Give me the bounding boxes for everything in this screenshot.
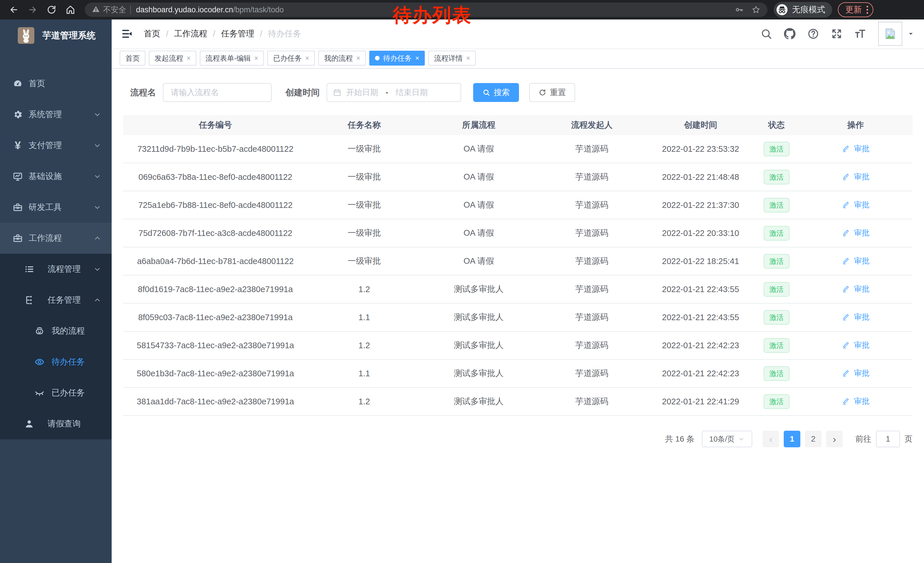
incognito-icon [776,4,788,16]
approve-link[interactable]: 审批 [842,200,870,210]
approve-link[interactable]: 审批 [842,256,870,266]
cell-action: 审批 [799,171,912,183]
approve-link[interactable]: 审批 [842,312,870,322]
table-header-row: 任务编号任务名称所属流程流程发起人创建时间状态操作 [123,115,912,135]
close-icon[interactable]: × [356,55,360,62]
reset-button[interactable]: 重置 [529,83,575,102]
goto-page-input[interactable] [876,431,900,447]
cell-name: 一级审批 [308,199,421,211]
sidebar-item-system[interactable]: 系统管理 [0,99,112,130]
browser-forward-icon[interactable] [26,3,39,16]
process-name-input[interactable] [163,83,272,102]
chevron-up-icon [93,296,101,304]
approve-link[interactable]: 审批 [842,144,870,154]
close-icon[interactable]: × [415,55,419,62]
sidebar-item-label: 已办任务 [51,387,85,399]
tab-my-process[interactable]: 我的流程× [318,51,366,66]
tab-label: 发起流程 [154,54,183,63]
sidebar-item-done-tasks[interactable]: 已办任务 [0,377,112,408]
browser-menu-icon[interactable] [867,6,868,14]
font-size-icon[interactable] [854,28,866,40]
breadcrumb-item[interactable]: 工作流程 [174,28,207,39]
breadcrumb-item[interactable]: 首页 [144,28,160,39]
cell-status: 激活 [754,310,799,325]
fullscreen-icon[interactable] [831,28,843,40]
tab-start-process[interactable]: 发起流程× [149,51,196,66]
prev-page-button[interactable]: ‹ [762,431,779,447]
page-button-1[interactable]: 1 [784,431,800,447]
cell-process: OA 请假 [421,227,537,239]
sidebar-menu: 首页系统管理¥支付管理基础设施研发工具工作流程流程管理任务管理我的流程待办任务已… [0,68,112,439]
browser-home-icon[interactable] [64,3,77,16]
approve-link[interactable]: 审批 [842,228,870,238]
sidebar-item-workflow[interactable]: 工作流程 [0,223,112,254]
sidebar-item-home[interactable]: 首页 [0,68,112,99]
browser-reload-icon[interactable] [45,3,58,16]
close-icon[interactable]: × [305,55,309,62]
next-page-button[interactable]: › [826,431,843,447]
approve-label: 审批 [854,200,870,210]
bookmark-star-icon[interactable] [752,5,760,14]
cell-status: 激活 [754,254,799,269]
date-range-picker[interactable]: 开始日期 - 结束日期 [327,83,461,102]
sidebar-item-devtools[interactable]: 研发工具 [0,192,112,223]
tab-form-edit[interactable]: 流程表单-编辑× [200,51,264,66]
toolbox-icon [13,202,23,213]
chevron-down-icon [93,265,101,273]
avatar-caret-icon[interactable] [908,30,914,37]
cell-process: OA 请假 [421,143,537,155]
close-icon[interactable]: × [466,55,470,62]
approve-link[interactable]: 审批 [842,171,870,182]
calendar-icon [333,88,342,97]
approve-label: 审批 [854,144,870,154]
sidebar-item-task-mgmt[interactable]: 任务管理 [0,285,112,315]
search-button[interactable]: 搜索 [473,83,519,102]
cell-id: a6aba0a4-7b6d-11ec-b781-acde48001122 [123,257,308,266]
divider [130,6,131,14]
sidebar-item-infra[interactable]: 基础设施 [0,161,112,192]
sidebar-item-leave-query[interactable]: 请假查询 [0,408,112,439]
status-badge: 激活 [764,254,789,269]
tabbar: 首页发起流程×流程表单-编辑×已办任务×我的流程×待办任务×流程详情× [112,48,924,69]
browser-update-button[interactable]: 更新 [838,2,873,17]
browser-back-icon[interactable] [8,3,20,16]
sidebar-item-my-process[interactable]: 我的流程 [0,315,112,347]
tab-done-tasks[interactable]: 已办任务× [267,51,315,66]
approve-label: 审批 [854,340,870,350]
page-size-select[interactable]: 10条/页 [702,431,752,447]
breadcrumb-item[interactable]: 任务管理 [221,28,254,39]
yuan-icon: ¥ [13,140,23,152]
key-icon[interactable] [735,5,744,14]
sidebar-collapse-icon[interactable] [122,28,133,39]
app-logo-row[interactable]: 芋道管理系统 [0,20,112,51]
approve-link[interactable]: 审批 [842,368,870,378]
cell-action: 审批 [799,340,912,351]
tab-label: 待办任务 [383,54,412,63]
github-icon[interactable] [784,28,796,40]
page-button-2[interactable]: 2 [805,431,822,447]
tab-todo-tasks[interactable]: 待办任务× [369,51,425,66]
help-icon[interactable] [807,28,819,40]
search-icon[interactable] [760,28,772,40]
cell-action: 审批 [799,228,912,239]
close-icon[interactable]: × [254,55,258,62]
sidebar-item-todo-tasks[interactable]: 待办任务 [0,347,112,377]
warning-icon [92,5,100,15]
status-badge: 激活 [764,310,789,325]
breadcrumb-separator: / [260,29,262,39]
close-icon[interactable]: × [187,55,190,62]
tab-process-detail[interactable]: 流程详情× [428,51,476,66]
sidebar-item-process-mgmt[interactable]: 流程管理 [0,254,112,285]
approve-link[interactable]: 审批 [842,396,870,406]
table-row: 8f0d1619-7ac8-11ec-a9e2-a2380e71991a1.2测… [123,275,912,303]
breadcrumb-separator: / [213,29,215,39]
tab-home[interactable]: 首页 [120,51,146,66]
pencil-icon [842,285,852,293]
chevron-down-icon [93,203,101,211]
approve-link[interactable]: 审批 [842,340,870,350]
table-row: 58154733-7ac8-11ec-a9e2-a2380e71991a1.2测… [123,332,912,360]
sidebar-item-payment[interactable]: ¥支付管理 [0,130,112,161]
approve-link[interactable]: 审批 [842,284,870,294]
avatar[interactable] [878,22,902,46]
cell-initiator: 芋道源码 [537,284,647,295]
